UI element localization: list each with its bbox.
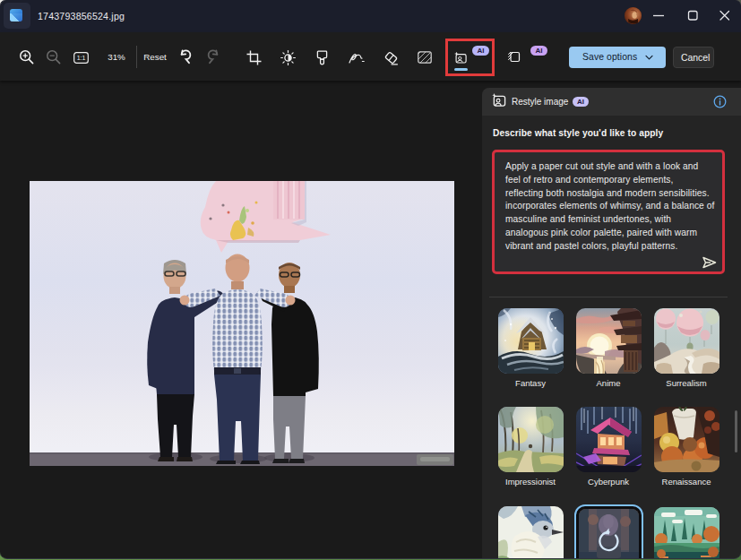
svg-text:1:1: 1:1 bbox=[77, 55, 86, 61]
